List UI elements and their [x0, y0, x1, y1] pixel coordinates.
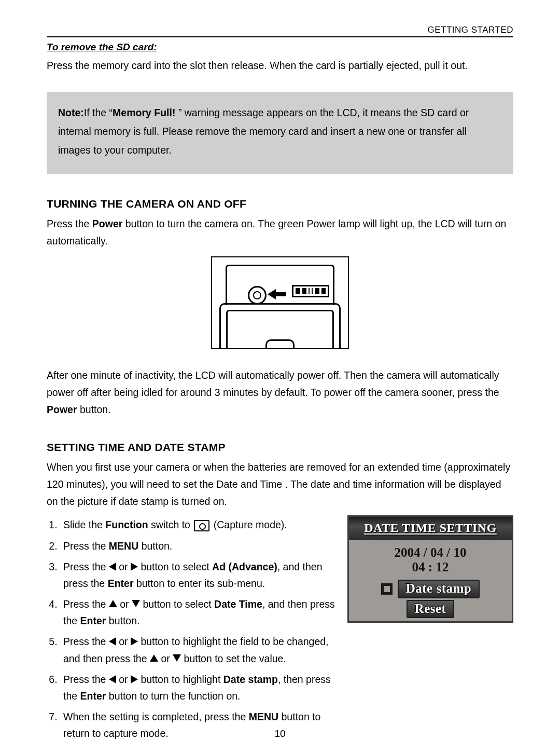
lcd-reset-row: Reset — [349, 599, 512, 621]
text: Press the — [63, 636, 109, 647]
section-header: GETTING STARTED — [47, 25, 513, 35]
text: button to select — [143, 598, 214, 610]
text: button to set the value. — [184, 653, 286, 664]
power-para-2: After one minute of inactivity, the LCD … — [47, 367, 513, 418]
capture-mode-icon — [194, 520, 209, 531]
text: button to enter its sub-menu. — [134, 578, 265, 589]
bold: Date stamp — [223, 674, 278, 685]
lcd-reset-button: Reset — [407, 600, 455, 618]
triangle-right-icon — [131, 637, 138, 646]
arrow-left-icon — [268, 289, 286, 299]
text: When the setting is completed, press the — [63, 711, 249, 722]
power-bold: Power — [47, 404, 77, 415]
text: switch to — [148, 519, 193, 530]
text: button to highlight — [141, 674, 223, 685]
card-slot-icon — [292, 285, 329, 297]
triangle-left-icon — [109, 637, 116, 646]
bold: Enter — [80, 690, 106, 702]
text: Press the — [47, 218, 92, 229]
lcd-datestamp-row: Date stamp — [349, 579, 512, 599]
manual-page: GETTING STARTED To remove the SD card: P… — [0, 0, 560, 753]
triangle-down-icon — [132, 600, 140, 607]
camera-top — [226, 265, 334, 305]
lcd-time-value: 04 : 12 — [349, 560, 512, 579]
bold: MENU — [249, 711, 278, 722]
step-3: Press the or button to select Ad (Advanc… — [60, 558, 339, 592]
text: After one minute of inactivity, the LCD … — [47, 369, 499, 398]
camera-notch — [265, 339, 295, 348]
bold: Function — [105, 519, 148, 530]
datetime-heading: SETTING TIME AND DATE STAMP — [47, 441, 513, 454]
text: button. — [138, 540, 172, 552]
remove-sd-text: Press the memory card into the slot then… — [47, 57, 513, 74]
bold: Date Time — [214, 598, 262, 610]
lcd-date-value: 2004 / 04 / 10 — [349, 540, 512, 560]
text: button. — [77, 404, 111, 415]
text: or — [119, 561, 131, 572]
bold: Enter — [80, 615, 106, 626]
power-heading: TURNING THE CAMERA ON AND OFF — [47, 198, 513, 210]
text: or — [120, 598, 132, 610]
note-box: Note:If the “Memory Full! ” warning mess… — [47, 92, 513, 174]
text: Press the — [63, 674, 109, 685]
text: button. — [106, 615, 139, 626]
page-number: 10 — [0, 728, 560, 740]
note-label: Note: — [58, 107, 84, 118]
text: button to select — [141, 561, 212, 572]
camera-body — [219, 303, 341, 348]
text: or — [161, 653, 173, 664]
power-para-1: Press the Power button to turn the camer… — [47, 215, 513, 250]
text: button to turn the function on. — [106, 690, 240, 702]
header-rule — [47, 36, 513, 37]
remove-sd-heading: To remove the SD card: — [47, 42, 513, 53]
step-2: Press the MENU button. — [60, 538, 339, 554]
camera-illustration — [211, 256, 349, 349]
triangle-right-icon — [131, 563, 138, 571]
step-4: Press the or button to select Date Time,… — [60, 596, 339, 629]
triangle-left-icon — [109, 675, 116, 683]
triangle-down-icon — [173, 654, 181, 662]
camera-body-inner — [226, 310, 334, 348]
triangle-left-icon — [109, 563, 116, 571]
bold: Ad (Advance) — [212, 561, 277, 572]
lcd-title: DATE TIME SETTING — [349, 517, 512, 540]
note-bold-msg: Memory Full! — [113, 107, 178, 118]
text: Press the — [63, 598, 109, 610]
step-5: Press the or button to highlight the fie… — [60, 633, 339, 666]
bold: MENU — [109, 540, 138, 552]
step-1: Slide the Function switch to (Capture mo… — [60, 516, 339, 533]
text: Press the — [63, 540, 109, 552]
text: Slide the — [63, 519, 105, 530]
power-button-icon — [248, 286, 267, 305]
text: or — [119, 636, 131, 647]
datetime-intro: When you first use your camera or when t… — [47, 459, 513, 510]
checkbox-icon — [381, 583, 393, 595]
steps-list: Slide the Function switch to (Capture mo… — [47, 516, 339, 742]
power-bold: Power — [92, 218, 123, 229]
step-6: Press the or button to highlight Date st… — [60, 671, 339, 704]
lcd-screenshot: DATE TIME SETTING 2004 / 04 / 10 04 : 12… — [347, 515, 513, 623]
text: or — [119, 674, 131, 685]
note-pre: If the “ — [84, 107, 113, 118]
bold: Enter — [108, 578, 134, 589]
steps-column: Slide the Function switch to (Capture mo… — [47, 513, 339, 746]
triangle-up-icon — [109, 600, 117, 607]
triangle-up-icon — [150, 654, 158, 662]
text: (Capture mode). — [214, 519, 287, 530]
lcd-datestamp-button: Date stamp — [398, 580, 480, 598]
text: Press the — [63, 561, 109, 572]
triangle-right-icon — [131, 675, 138, 683]
